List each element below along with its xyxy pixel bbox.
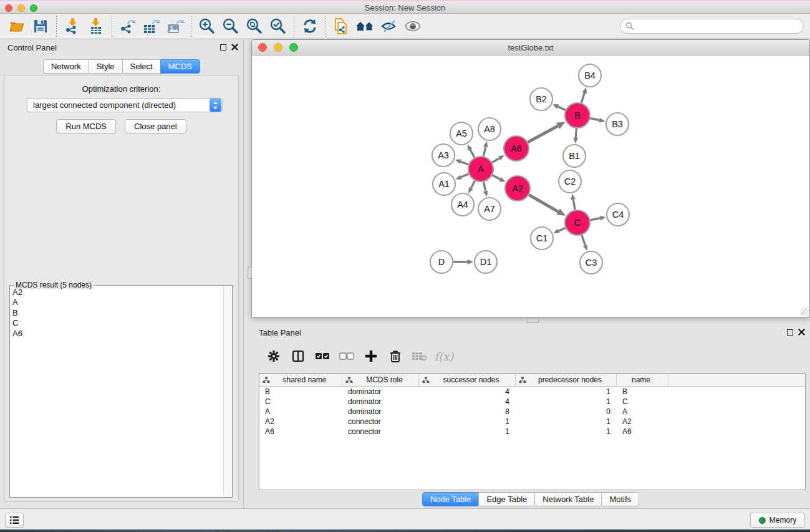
graph-edge-B-B1[interactable] [576,128,576,138]
table-cell[interactable]: A6 [617,427,668,436]
export-image-button[interactable] [163,15,187,37]
graph-node-A4[interactable]: A4 [451,193,474,216]
graph-node-C4[interactable]: C4 [607,203,629,226]
search-input[interactable] [634,21,803,32]
graph-node-A[interactable]: A [468,157,493,181]
run-mcds-button[interactable]: Run MCDS [56,119,116,133]
table-cell[interactable]: 4 [419,397,516,406]
graph-node-A2[interactable]: A2 [505,176,530,201]
graph-edge-C-C4[interactable] [591,218,600,220]
table-row[interactable]: Cdominator41C [259,397,805,407]
zoom-in-button[interactable] [195,15,219,37]
task-history-button[interactable] [5,513,24,528]
node-table[interactable]: shared nameMCDS rolesuccessor nodesprede… [259,373,806,490]
table-row[interactable]: A2connector11A2 [259,417,805,427]
select-all-button[interactable] [312,346,332,367]
table-cell[interactable]: dominator [342,397,419,406]
table-cell[interactable]: 1 [419,427,516,436]
table-cell[interactable]: A [259,407,342,416]
result-item[interactable]: A [10,297,223,307]
table-cell[interactable]: connector [342,417,419,426]
tab-select[interactable]: Select [122,59,161,74]
add-row-button[interactable] [361,346,381,367]
home-button[interactable] [354,15,377,37]
network-graph[interactable]: B4B2BB3A5A8A6B1A3AA1C2A2A4A7CC4C1C3DD1 [252,56,809,317]
column-header-successor-nodes[interactable]: successor nodes [419,374,516,386]
resize-grip-icon[interactable] [801,308,809,316]
graph-edge-A-A5[interactable] [470,150,475,158]
graph-node-C[interactable]: C [565,210,590,235]
graph-node-B3[interactable]: B3 [606,113,629,135]
tab-node-table[interactable]: Node Table [422,492,480,506]
graph-node-B1[interactable]: B1 [563,145,586,167]
table-settings-button[interactable] [264,346,284,367]
graph-edge-B-B2[interactable] [558,107,566,110]
tab-edge-table[interactable]: Edge Table [478,492,535,506]
tab-style[interactable]: Style [89,59,123,74]
table-cell[interactable]: A2 [259,417,342,426]
save-session-button[interactable] [29,15,52,37]
table-cell[interactable]: A6 [259,427,342,436]
refresh-button[interactable] [298,15,322,37]
table-cell[interactable]: 1 [419,417,516,426]
tab-mcds[interactable]: MCDS [160,59,200,74]
table-row[interactable]: Bdominator41B [259,387,805,397]
graph-edge-A-A4[interactable] [471,181,475,188]
import-table-button[interactable] [84,15,108,37]
table-cell[interactable]: 1 [516,417,617,426]
table-cell[interactable]: 1 [516,397,617,406]
result-scrollbar[interactable] [223,286,231,496]
column-header-shared-name[interactable]: shared name [259,374,342,386]
open-file-button[interactable] [5,15,29,37]
tab-network-table[interactable]: Network Table [534,492,602,506]
graph-node-C3[interactable]: C3 [580,251,602,274]
delete-row-button[interactable] [385,346,405,367]
graph-node-A7[interactable]: A7 [478,198,501,220]
tab-motifs[interactable]: Motifs [601,492,639,506]
splitter-handle[interactable] [527,319,539,323]
graph-edge-A-A1[interactable] [461,174,469,177]
network-window-titlebar[interactable]: testGlobe.txt [252,40,809,56]
graph-edge-A-A7[interactable] [483,182,485,191]
hide-details-button[interactable] [377,15,401,37]
graph-node-D[interactable]: D [430,251,453,273]
memory-button[interactable]: Memory [750,513,805,528]
graph-edge-C-C3[interactable] [582,235,586,246]
result-item[interactable]: A6 [10,329,223,339]
graph-edge-A-A3[interactable] [460,162,468,165]
result-item[interactable]: B [10,308,223,318]
float-panel-icon[interactable] [787,329,793,336]
table-cell[interactable]: 4 [419,387,516,396]
column-header-name[interactable]: name [617,374,668,386]
result-item[interactable]: C [10,318,223,328]
splitter-handle[interactable] [248,267,252,279]
graph-edge-B-B4[interactable] [581,93,584,103]
graph-node-A8[interactable]: A8 [478,118,501,140]
graph-node-A3[interactable]: A3 [432,144,455,167]
table-cell[interactable]: B [617,387,668,396]
graph-node-D1[interactable]: D1 [475,251,497,273]
zoom-out-button[interactable] [219,15,243,37]
close-panel-button[interactable]: Close panel [125,119,186,133]
graph-node-A5[interactable]: A5 [450,122,473,145]
table-cell[interactable]: dominator [342,387,419,396]
graph-edge-A-A2[interactable] [493,175,501,180]
table-cell[interactable]: C [617,397,668,406]
graph-edge-C-C2[interactable] [573,200,575,210]
table-cell[interactable]: A2 [617,417,668,426]
table-cell[interactable]: dominator [342,407,419,416]
graph-edge-B-B3[interactable] [591,118,600,120]
zoom-fit-button[interactable] [243,15,266,37]
import-network-button[interactable] [60,15,84,37]
network-canvas[interactable]: B4B2BB3A5A8A6B1A3AA1C2A2A4A7CC4C1C3DD1 [252,56,809,317]
close-panel-icon[interactable] [798,329,805,336]
column-view-button[interactable] [288,346,308,367]
graph-edge-A-A6[interactable] [492,158,499,163]
zoom-selected-button[interactable] [266,15,290,37]
graph-node-C1[interactable]: C1 [531,227,553,249]
graph-node-B2[interactable]: B2 [530,88,552,110]
graph-node-C2[interactable]: C2 [559,170,581,193]
table-cell[interactable]: 1 [516,427,617,436]
function-builder-button[interactable]: f(x) [434,346,454,367]
deselect-all-button[interactable] [337,346,357,367]
